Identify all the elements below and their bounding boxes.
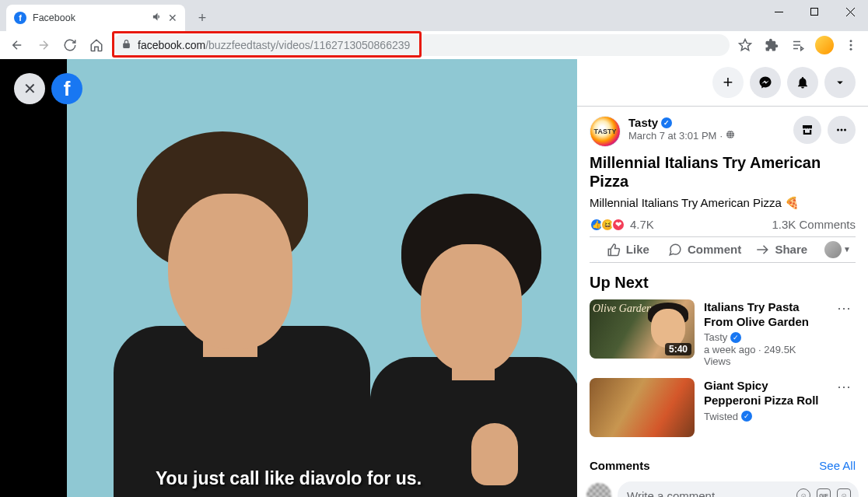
svg-rect-0 [810, 8, 817, 15]
video-close-button[interactable]: ✕ [14, 73, 45, 104]
url-path: /buzzfeedtasty/videos/1162713050866239 [205, 39, 410, 51]
right-panel: + TASTY Tasty ✓ March 7 at 3:01 PM · [577, 59, 868, 497]
verified-badge-icon: ✓ [661, 117, 672, 128]
comment-input[interactable]: Write a comment... ☺ GIF ☺ [618, 481, 859, 497]
see-all-link[interactable]: See All [819, 459, 856, 472]
tab-title: Facebook [33, 12, 147, 23]
gif-icon[interactable]: GIF [817, 488, 831, 497]
user-avatar[interactable] [586, 483, 611, 497]
share-as-selector[interactable]: ▼ [820, 237, 856, 262]
messenger-button[interactable] [750, 67, 781, 98]
chrome-menu-icon[interactable] [840, 34, 862, 56]
svg-point-7 [841, 129, 843, 131]
titlebar: f Facebook ✕ + [0, 0, 868, 31]
video-person-right [362, 170, 577, 497]
lock-icon[interactable] [121, 39, 131, 51]
emoji-icon[interactable]: ☺ [796, 488, 810, 497]
video-frame: TI AMO [67, 59, 577, 497]
home-button[interactable] [86, 34, 107, 56]
upnext-author[interactable]: Twisted [704, 411, 738, 422]
comment-count[interactable]: 1.3K Comments [772, 218, 856, 231]
new-tab-button[interactable]: + [191, 7, 213, 29]
post-menu-button[interactable] [828, 116, 856, 144]
upnext-item[interactable]: Olive Garden 5:40 Italians Try Pasta Fro… [590, 299, 856, 367]
mute-icon[interactable] [152, 11, 163, 26]
content: TI AMO ✕ f You just call like diavolo fo… [0, 59, 868, 497]
video-player[interactable]: TI AMO ✕ f You just call like diavolo fo… [0, 59, 577, 497]
notifications-button[interactable] [787, 67, 818, 98]
like-button[interactable]: Like [590, 237, 667, 262]
comment-composer: Write a comment... ☺ GIF ☺ [577, 477, 868, 497]
tab-close-icon[interactable]: ✕ [168, 12, 177, 24]
post-header: TASTY Tasty ✓ March 7 at 3:01 PM · [577, 107, 868, 210]
fb-glyph: f [64, 77, 71, 101]
duration-badge: 5:40 [665, 343, 691, 355]
svg-point-6 [837, 129, 839, 131]
window-controls [761, 0, 868, 23]
svg-point-2 [850, 44, 852, 46]
love-reaction-icon: ❤ [611, 218, 625, 232]
svg-point-3 [850, 47, 852, 50]
bookmark-star-icon[interactable] [734, 34, 756, 56]
share-button[interactable]: Share [743, 237, 820, 262]
upnext-thumbnail [590, 378, 695, 437]
svg-point-1 [850, 40, 852, 42]
author-name[interactable]: Tasty [628, 116, 658, 129]
verified-badge-icon: ✓ [741, 411, 752, 422]
upnext-thumbnail: Olive Garden 5:40 [590, 299, 695, 359]
extension-app-icon[interactable] [814, 34, 835, 56]
post-description: Millennial Italians Try American Pizza 🍕 [590, 196, 856, 210]
minimize-button[interactable] [761, 0, 796, 23]
upnext-title: Italians Try Pasta From Olive Garden [704, 299, 823, 329]
post-meta: March 7 at 3:01 PM · [628, 130, 786, 142]
upnext-item[interactable]: Giant Spicy Pepperoni Pizza Roll Twisted… [590, 378, 856, 437]
account-menu-button[interactable] [824, 67, 856, 98]
upnext-meta: a week ago · 249.5K Views [704, 344, 823, 367]
media-control-icon[interactable] [787, 34, 809, 56]
extensions-icon[interactable] [761, 34, 782, 56]
video-caption: You just call like diavolo for us. [0, 468, 577, 489]
create-button[interactable]: + [712, 67, 744, 98]
upnext-author[interactable]: Tasty [704, 331, 727, 343]
reaction-count: 4.7K [630, 218, 654, 231]
url-domain: facebook.com [138, 39, 205, 51]
maximize-button[interactable] [796, 0, 832, 23]
up-next-heading: Up Next [590, 274, 856, 292]
privacy-icon [726, 130, 735, 142]
upnext-menu-button[interactable]: ⋯ [832, 378, 856, 437]
toolbar: facebook.com/buzzfeedtasty/videos/116271… [0, 31, 868, 59]
addressbar[interactable]: facebook.com/buzzfeedtasty/videos/116271… [112, 34, 730, 56]
forward-button[interactable] [33, 34, 54, 56]
mini-avatar [824, 241, 842, 258]
comments-heading: Comments [590, 459, 650, 472]
action-bar: Like Comment Share ▼ [590, 236, 856, 263]
author-avatar[interactable]: TASTY [590, 116, 621, 147]
comment-placeholder: Write a comment... [627, 489, 725, 497]
follow-shop-button[interactable] [793, 116, 821, 144]
up-next-section: Up Next Olive Garden 5:40 Italians Try P… [577, 263, 868, 453]
browser-tab[interactable]: f Facebook ✕ [6, 5, 185, 31]
author-name-row: Tasty ✓ [628, 116, 786, 129]
fb-header-actions: + [577, 59, 868, 106]
back-button[interactable] [6, 34, 28, 56]
upnext-title: Giant Spicy Pepperoni Pizza Roll [704, 378, 823, 408]
post-timestamp[interactable]: March 7 at 3:01 PM [628, 130, 716, 142]
sticker-icon[interactable]: ☺ [837, 488, 851, 497]
engagement-bar: 👍 😆 ❤ 4.7K 1.3K Comments [577, 210, 868, 236]
reactions[interactable]: 👍 😆 ❤ 4.7K [590, 218, 654, 232]
comment-button[interactable]: Comment [667, 237, 744, 262]
svg-point-8 [844, 129, 846, 131]
close-window-button[interactable] [832, 0, 868, 23]
post-title: Millennial Italians Try American Pizza [590, 153, 856, 191]
thumb-label: Olive Garden [593, 303, 652, 315]
facebook-logo-button[interactable]: f [51, 73, 82, 104]
comments-header: Comments See All [577, 453, 868, 477]
browser-window: f Facebook ✕ + facebook.com/buzzfeedtast… [0, 0, 868, 497]
facebook-favicon: f [14, 12, 26, 24]
video-person-left: TI AMO [114, 124, 362, 497]
verified-badge-icon: ✓ [730, 332, 741, 343]
addressbar-wrap: facebook.com/buzzfeedtasty/videos/116271… [112, 34, 730, 56]
upnext-menu-button[interactable]: ⋯ [832, 299, 856, 367]
reload-button[interactable] [59, 34, 81, 56]
caret-down-icon: ▼ [843, 245, 851, 254]
